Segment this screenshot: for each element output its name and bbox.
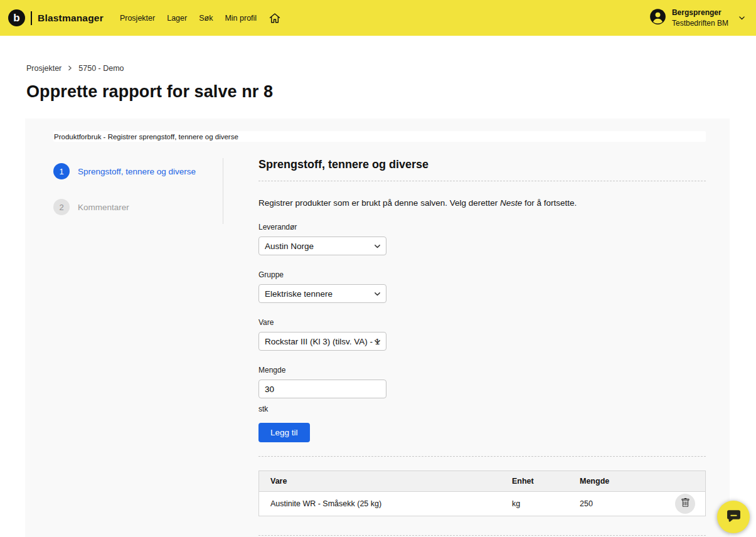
divider <box>258 535 706 536</box>
breadcrumb-prosjekter[interactable]: Prosjekter <box>26 64 61 73</box>
table-header-enhet: Enhet <box>501 471 568 491</box>
table-header-row: Vare Enhet Mengde <box>259 471 705 492</box>
product-select[interactable]: Rockstar III (Kl 3) (tilsv. VA) - 15m <box>258 332 386 351</box>
cell-enhet: kg <box>501 492 568 516</box>
chevron-down-icon <box>373 338 381 346</box>
brand-divider <box>31 11 32 25</box>
step-1-label: Sprengstoff, tennere og diverse <box>78 167 196 176</box>
step-1-indicator: 1 <box>53 163 70 179</box>
brand-name: Blastmanager <box>38 13 104 24</box>
intro-before: Registrer produkter som er brukt på denn… <box>258 198 500 208</box>
user-avatar-icon <box>649 8 666 28</box>
quantity-field: Mengde stk <box>258 366 706 413</box>
progress-label: Produktforbruk - Registrer sprengstoff, … <box>53 133 238 141</box>
nav-link-sok[interactable]: Søk <box>199 14 213 23</box>
products-table: Vare Enhet Mengde Austinite WR - Småsekk… <box>258 471 706 516</box>
table-header-mengde: Mengde <box>568 471 664 491</box>
delete-row-button[interactable] <box>675 494 695 514</box>
breadcrumb-current: 5750 - Demo <box>78 64 124 73</box>
nav-link-min-profil[interactable]: Min profil <box>225 14 257 23</box>
top-navbar: b Blastmanager Prosjekter Lager Søk Min … <box>0 0 756 36</box>
cell-actions <box>664 492 705 515</box>
table-header-vare: Vare <box>259 471 501 491</box>
supplier-select[interactable]: Austin Norge <box>258 237 386 255</box>
nav-links: Prosjekter Lager Søk Min profil <box>120 12 281 24</box>
page-title: Opprette rapport for salve nr 8 <box>26 82 756 102</box>
user-company: Testbedriften BM <box>672 18 728 29</box>
nav-link-prosjekter[interactable]: Prosjekter <box>120 14 155 23</box>
user-menu[interactable]: Bergsprenger Testbedriften BM <box>649 8 746 29</box>
supplier-field: Leverandør Austin Norge <box>258 223 706 255</box>
wizard-stepper: 1 Sprengstoff, tennere og diverse 2 Komm… <box>53 158 223 224</box>
product-label: Vare <box>258 318 706 327</box>
group-select[interactable]: Elektriske tennere <box>258 284 386 303</box>
divider <box>258 181 706 181</box>
group-label: Gruppe <box>258 270 706 279</box>
user-name: Bergsprenger <box>672 8 728 18</box>
section-heading: Sprengstoff, tennere og diverse <box>258 158 706 171</box>
table-row: Austinite WR - Småsekk (25 kg) kg 250 <box>259 492 705 516</box>
breadcrumb-chevron-icon <box>67 64 73 73</box>
add-button[interactable]: Legg til <box>258 423 310 442</box>
chevron-down-icon <box>373 290 381 298</box>
cell-vare: Austinite WR - Småsekk (25 kg) <box>259 492 501 516</box>
form-panel: Sprengstoff, tennere og diverse Registre… <box>223 158 706 537</box>
brand-logo-icon: b <box>8 9 25 26</box>
quantity-input-wrap <box>258 380 386 398</box>
step-2-label: Kommentarer <box>78 203 129 212</box>
progress-bar: Produktforbruk - Registrer sprengstoff, … <box>53 131 706 142</box>
home-icon[interactable] <box>269 12 281 24</box>
cell-mengde: 250 <box>568 492 664 516</box>
wizard-card: Produktforbruk - Registrer sprengstoff, … <box>25 119 730 537</box>
chevron-down-icon <box>373 242 381 250</box>
quantity-unit: stk <box>258 405 706 413</box>
brand-logo[interactable]: b Blastmanager <box>8 9 104 26</box>
divider <box>258 456 706 457</box>
step-kommentarer[interactable]: 2 Kommentarer <box>53 199 223 215</box>
supplier-value: Austin Norge <box>265 242 380 251</box>
breadcrumb: Prosjekter 5750 - Demo <box>26 64 756 73</box>
table-header-actions <box>664 471 705 491</box>
step-sprengstoff[interactable]: 1 Sprengstoff, tennere og diverse <box>53 163 223 179</box>
supplier-label: Leverandør <box>258 223 706 231</box>
group-value: Elektriske tennere <box>265 289 380 299</box>
quantity-label: Mengde <box>258 366 706 375</box>
intro-text: Registrer produkter som er brukt på denn… <box>258 198 706 208</box>
nav-link-lager[interactable]: Lager <box>167 14 187 23</box>
intro-emphasis: Neste <box>500 198 522 208</box>
product-field: Vare Rockstar III (Kl 3) (tilsv. VA) - 1… <box>258 318 706 351</box>
user-info: Bergsprenger Testbedriften BM <box>672 8 728 29</box>
intro-after: for å fortsette. <box>522 198 577 208</box>
step-2-indicator: 2 <box>53 199 70 215</box>
trash-icon <box>681 498 690 509</box>
chevron-down-icon <box>738 14 746 22</box>
product-value: Rockstar III (Kl 3) (tilsv. VA) - 15m <box>265 337 380 346</box>
quantity-input[interactable] <box>265 385 380 394</box>
wizard-body: 1 Sprengstoff, tennere og diverse 2 Komm… <box>53 158 706 537</box>
chat-launcher-button[interactable] <box>717 501 750 533</box>
group-field: Gruppe Elektriske tennere <box>258 270 706 303</box>
chat-bubble-icon <box>726 508 742 526</box>
